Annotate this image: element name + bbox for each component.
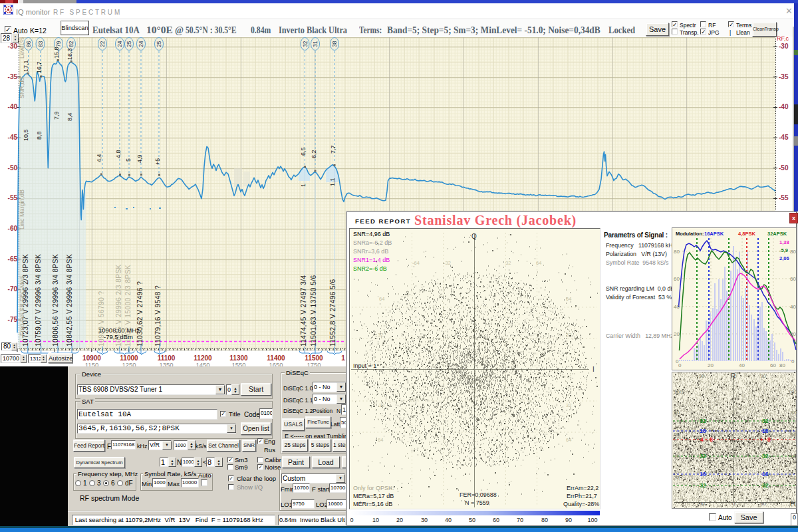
svg-text:90: 90 bbox=[760, 373, 766, 379]
svg-text:80: 80 bbox=[791, 410, 797, 416]
svg-text:32: 32 bbox=[700, 418, 706, 424]
svg-text:40: 40 bbox=[791, 454, 797, 460]
svg-text:40: 40 bbox=[674, 454, 680, 460]
svg-text:60: 60 bbox=[791, 432, 797, 438]
svg-text:20: 20 bbox=[674, 331, 680, 337]
svg-text:4: 4 bbox=[700, 436, 704, 443]
svg-text:0: 0 bbox=[732, 501, 735, 507]
svg-text:R: R bbox=[731, 372, 735, 380]
svg-text:1,38: 1,38 bbox=[779, 239, 789, 245]
svg-text:40: 40 bbox=[674, 304, 680, 310]
svg-text:100: 100 bbox=[788, 389, 797, 395]
svg-text:80: 80 bbox=[674, 410, 680, 416]
svg-text:32APSK: 32APSK bbox=[767, 231, 787, 237]
svg-text:- 8: - 8 bbox=[706, 436, 713, 443]
svg-text:16: 16 bbox=[762, 428, 769, 434]
svg-text:32: 32 bbox=[762, 418, 769, 424]
svg-text:16: 16 bbox=[700, 428, 706, 434]
svg-text:2,06: 2,06 bbox=[779, 255, 789, 261]
svg-text:80: 80 bbox=[790, 249, 796, 255]
svg-text:Fi: Fi bbox=[790, 500, 795, 507]
svg-text:60: 60 bbox=[674, 276, 680, 282]
svg-text:0: 0 bbox=[678, 362, 682, 368]
svg-text:+: + bbox=[760, 436, 763, 443]
svg-text:16APSK: 16APSK bbox=[704, 231, 724, 237]
svg-text:20: 20 bbox=[791, 475, 797, 481]
svg-text:32: 32 bbox=[762, 482, 769, 489]
svg-text:4,8PSK: 4,8PSK bbox=[738, 231, 755, 237]
svg-text:8: 8 bbox=[767, 436, 771, 443]
svg-text:100: 100 bbox=[674, 389, 683, 395]
svg-text:32: 32 bbox=[700, 482, 706, 489]
svg-text:90: 90 bbox=[760, 501, 766, 507]
svg-text:80: 80 bbox=[674, 249, 680, 255]
svg-text:32: 32 bbox=[762, 453, 769, 460]
svg-text:-90: -90 bbox=[697, 501, 705, 507]
svg-text:16: 16 bbox=[700, 471, 706, 477]
svg-text:-5,9: -5,9 bbox=[779, 247, 788, 253]
svg-text:0: 0 bbox=[791, 358, 795, 364]
svg-text:20: 20 bbox=[790, 331, 796, 337]
svg-text:60: 60 bbox=[770, 362, 776, 368]
svg-text:16: 16 bbox=[762, 471, 769, 477]
svg-text:60: 60 bbox=[674, 432, 680, 438]
svg-text:20: 20 bbox=[708, 362, 714, 368]
svg-text:32: 32 bbox=[700, 453, 706, 460]
svg-text:60: 60 bbox=[790, 276, 796, 282]
svg-text:-90: -90 bbox=[697, 373, 705, 379]
svg-text:40: 40 bbox=[739, 362, 745, 368]
svg-text:40: 40 bbox=[790, 304, 796, 310]
svg-text:Modulation:: Modulation: bbox=[676, 231, 704, 237]
svg-text:20: 20 bbox=[674, 475, 680, 481]
svg-text:80: 80 bbox=[779, 362, 785, 368]
